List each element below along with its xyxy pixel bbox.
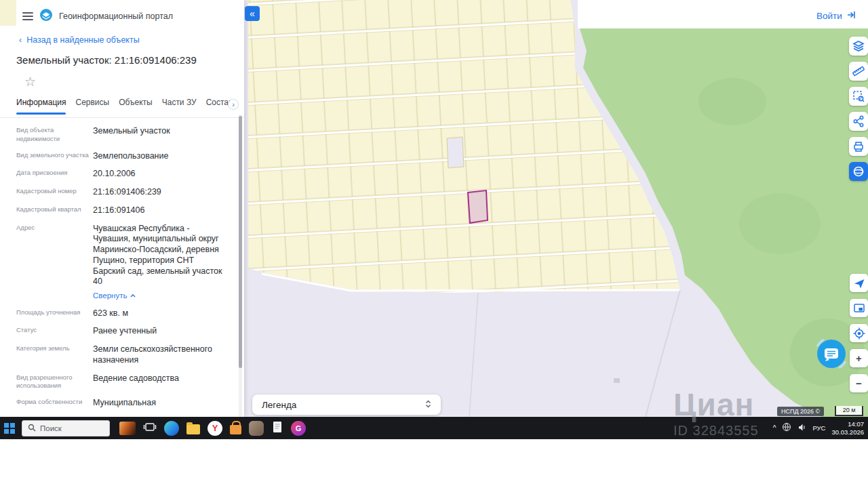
login-icon [846, 10, 856, 22]
store-app-icon[interactable] [230, 425, 241, 434]
field-row: Вид земельного участкаЗемлепользование [16, 151, 228, 162]
collapse-label: Свернуть [93, 291, 127, 300]
back-chevron-icon: ‹ [19, 35, 22, 45]
tab-services[interactable]: Сервисы [75, 98, 109, 114]
field-label: Дата присвоения [16, 169, 93, 180]
field-label: Форма собственности [16, 398, 93, 409]
taskbar-apps: Y G [119, 420, 306, 436]
map-toolbar [849, 37, 868, 181]
field-value: 623 кв. м [93, 308, 228, 319]
scale-bar: 20 м [835, 406, 863, 416]
windows-taskbar: Поиск Y G ^ РУС [0, 417, 868, 439]
minimap-icon[interactable] [850, 299, 868, 317]
favorite-star-icon[interactable]: ☆ [24, 74, 41, 89]
field-label: Площадь уточненная [16, 308, 93, 319]
map-canvas[interactable] [244, 0, 868, 417]
field-row-address: Адрес Чувашская Республика - Чувашия, му… [16, 224, 228, 301]
tabs-more-button[interactable]: › [228, 99, 239, 110]
map-controls: + − [850, 274, 868, 392]
field-value: 20.10.2006 [93, 169, 228, 180]
field-row: Вид разрешенного использованияВедение са… [16, 373, 228, 391]
photos-app-icon[interactable] [119, 422, 136, 435]
tab-information[interactable]: Информация [16, 98, 66, 114]
task-view-icon[interactable] [143, 420, 157, 436]
locate-arrow-icon[interactable] [850, 274, 868, 292]
scrollbar-thumb[interactable] [239, 116, 242, 368]
yandex-browser-icon[interactable]: Y [208, 421, 222, 436]
app-title: Геоинформационный портал [59, 12, 173, 21]
browser-app-icon[interactable]: G [291, 421, 306, 436]
field-label: Кадастровый номер [16, 187, 93, 198]
taskbar-time: 14:07 [831, 420, 864, 428]
field-row: Форма собственностиМуниципальная [16, 398, 228, 409]
panel-collapse-button[interactable]: « [245, 6, 260, 21]
page-title: Земельный участок: 21:16:091406:239 [16, 54, 228, 66]
back-link-label: Назад в найденные объекты [26, 35, 139, 45]
system-tray: ^ РУС 14:07 30.03.2026 [773, 420, 864, 436]
field-label: Вид разрешенного использования [16, 373, 93, 391]
login-button[interactable]: Войти [816, 10, 856, 22]
screen: « Войти [0, 0, 868, 488]
edge-icon[interactable] [164, 421, 179, 436]
info-content: Вид объекта недвижимостиЗемельный участо… [0, 115, 236, 417]
field-row: Категория земельЗемли сельскохозяйственн… [16, 344, 228, 366]
search-icon [28, 424, 36, 433]
zoom-out-button[interactable]: − [850, 374, 868, 392]
taskbar-search[interactable]: Поиск [22, 420, 110, 436]
field-label: Вид земельного участка [16, 151, 93, 162]
tray-expand-icon[interactable]: ^ [773, 424, 776, 432]
field-row: Кадастровый номер21:16:091406:239 [16, 187, 228, 198]
panorama-icon[interactable] [849, 162, 868, 181]
field-value: Ведение садоводства [93, 373, 228, 391]
taskbar-date: 30.03.2026 [831, 428, 864, 436]
field-value: Землепользование [93, 151, 228, 162]
back-link[interactable]: ‹ Назад в найденные объекты [19, 35, 244, 45]
field-value: Земли сельскохозяйственного назначения [93, 344, 228, 366]
start-button[interactable] [4, 423, 15, 434]
field-value: Чувашская Республика - Чувашия, муниципа… [93, 224, 228, 301]
field-label: Кадастровый квартал [16, 205, 93, 216]
area-search-icon[interactable] [849, 87, 868, 106]
field-label: Адрес [16, 224, 93, 301]
field-row: Кадастровый квартал21:16:091406 [16, 205, 228, 216]
map-peek [0, 0, 16, 26]
menu-icon[interactable] [22, 12, 33, 20]
app-icon[interactable] [249, 421, 264, 436]
ruler-icon[interactable] [849, 62, 868, 81]
search-placeholder: Поиск [40, 424, 62, 432]
field-row: СтатусРанее учтенный [16, 326, 228, 337]
network-globe-icon[interactable] [782, 422, 791, 434]
legend-bar[interactable]: Легенда [252, 394, 441, 415]
map-attribution: НСПД 2026 © [777, 407, 824, 416]
field-value: Муниципальная [93, 398, 228, 409]
tab-parcel-parts[interactable]: Части ЗУ [162, 98, 197, 114]
tab-objects[interactable]: Объекты [119, 98, 153, 114]
portal-logo-icon [39, 8, 53, 24]
print-icon[interactable] [849, 137, 868, 156]
legend-label: Легенда [262, 400, 296, 410]
login-label: Войти [816, 11, 842, 21]
chat-icon[interactable] [813, 336, 850, 372]
file-explorer-icon[interactable] [186, 424, 200, 434]
crosshair-icon[interactable] [850, 324, 868, 342]
panel-header: Геоинформационный портал [0, 0, 244, 24]
field-row: Дата присвоения20.10.2006 [16, 169, 228, 180]
notepad-icon[interactable] [271, 420, 283, 436]
address-text: Чувашская Республика - Чувашия, муниципа… [93, 224, 222, 287]
info-panel: Геоинформационный портал ‹ Назад в найде… [0, 0, 244, 417]
panel-scrollbar[interactable] [239, 115, 242, 417]
field-row: Площадь уточненная623 кв. м [16, 308, 228, 319]
legend-expand-icon[interactable] [424, 399, 433, 411]
address-collapse-link[interactable]: Свернуть [93, 291, 228, 300]
field-value: Ранее учтенный [93, 326, 228, 337]
chevron-up-icon [130, 291, 136, 300]
share-icon[interactable] [849, 112, 868, 131]
field-label: Вид объекта недвижимости [16, 126, 93, 144]
layers-icon[interactable] [849, 37, 868, 56]
language-indicator[interactable]: РУС [812, 424, 825, 432]
field-label: Категория земель [16, 344, 93, 366]
taskbar-clock[interactable]: 14:07 30.03.2026 [831, 420, 864, 436]
zoom-in-button[interactable]: + [850, 349, 868, 367]
field-label: Статус [16, 326, 93, 337]
volume-icon[interactable] [797, 422, 806, 434]
